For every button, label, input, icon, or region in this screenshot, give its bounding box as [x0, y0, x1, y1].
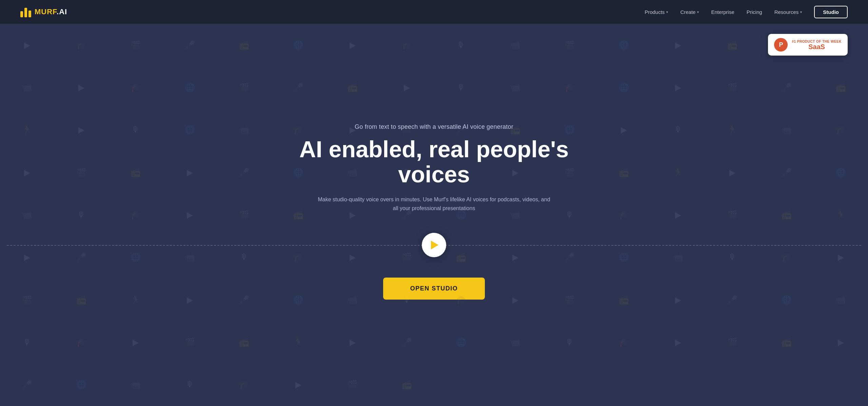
logo-bar-2 [24, 8, 27, 17]
nav-item-create[interactable]: Create ▾ [680, 9, 699, 15]
bg-icon: 🏃 [814, 194, 868, 236]
nav-item-enterprise[interactable]: Enterprise [711, 9, 734, 15]
bg-icon: 🎙 [434, 24, 488, 66]
studio-button[interactable]: Studio [814, 6, 848, 18]
bg-icon: ▶ [705, 151, 760, 194]
bg-icon: 📻 [217, 321, 271, 363]
hero-subtitle: Go from text to speech with a versatile … [355, 123, 513, 130]
bg-icon: 🎬 [217, 194, 271, 236]
logo-text: MURF.AI [35, 7, 67, 16]
bg-icon: 🌐 [271, 24, 326, 66]
bg-icon: 🎬 [705, 66, 760, 108]
bg-icon: 🏃 [0, 109, 54, 151]
bg-icon: 🎙 [54, 194, 108, 236]
bg-icon: ▶ [651, 321, 705, 363]
bg-icon: 🌐 [163, 109, 217, 151]
bg-icon: 📹 [814, 279, 868, 321]
play-area [7, 233, 861, 257]
bg-icon: 🎓 [217, 364, 271, 406]
bg-icon: 📹 [217, 109, 271, 151]
bg-icon: 🎓 [108, 66, 163, 108]
bg-icon: ▶ [108, 321, 163, 363]
bg-icon: 📹 [0, 66, 54, 108]
bg-icon: 📻 [705, 24, 760, 66]
bg-icon: 🎬 [217, 66, 271, 108]
bg-icon: 🎙 [542, 321, 597, 363]
bg-icon: 🎬 [542, 279, 597, 321]
bg-icon: ▶ [163, 151, 217, 194]
bg-icon: 📹 [0, 194, 54, 236]
hero-title: AI enabled, real people's voices [281, 137, 587, 187]
nav-item-products[interactable]: Products ▾ [645, 9, 668, 15]
bg-icon: 🏃 [271, 321, 326, 363]
nav-item-resources[interactable]: Resources ▾ [774, 9, 802, 15]
logo[interactable]: MURF.AI [20, 6, 67, 17]
bg-icon: ▶ [271, 364, 326, 406]
bg-icon: 🎤 [380, 321, 434, 363]
bg-icon: 📻 [380, 364, 434, 406]
bg-icon: 📻 [326, 66, 380, 108]
bg-icon: ▶ [163, 279, 217, 321]
bg-icon: 🎤 [0, 364, 54, 406]
nav-item-studio[interactable]: Studio [814, 6, 848, 18]
background-icons: ▶ 🎓 🎬 🎤 📻 🌐 ▶ 🎓 🎙 📹 🎬 🌐 ▶ 📻 🎤 🏃 📹 ▶ 🎓 🌐 … [0, 24, 868, 406]
bg-icon: 🎓 [814, 109, 868, 151]
chevron-down-icon: ▾ [666, 10, 668, 14]
bg-icon: 🎓 [54, 24, 108, 66]
bg-icon: 🎤 [705, 279, 760, 321]
nav-link-resources[interactable]: Resources ▾ [774, 9, 802, 15]
bg-icon: 📻 [108, 151, 163, 194]
nav-link-products[interactable]: Products ▾ [645, 9, 668, 15]
bg-icon: 🎤 [760, 66, 814, 108]
bg-icon: 🎤 [760, 151, 814, 194]
logo-bar-1 [20, 11, 23, 17]
nav-link-create[interactable]: Create ▾ [680, 9, 699, 15]
navbar: MURF.AI Products ▾ Create ▾ Enterprise P… [0, 0, 868, 24]
bg-icon: ▶ [597, 109, 651, 151]
ph-badge-text: #1 PRODUCT OF THE WEEK SaaS [792, 40, 842, 50]
bg-icon: 🌐 [597, 24, 651, 66]
nav-link-pricing[interactable]: Pricing [747, 9, 762, 15]
bg-icon: ▶ [0, 24, 54, 66]
bg-icon: ▶ [163, 194, 217, 236]
bg-icon: 🎬 [163, 321, 217, 363]
ph-rank-label: #1 PRODUCT OF THE WEEK [792, 40, 842, 43]
bg-icon: 🎬 [705, 321, 760, 363]
bg-icon: 📹 [760, 109, 814, 151]
bg-icon: ▶ [54, 109, 108, 151]
ph-category: SaaS [792, 43, 842, 50]
bg-icon: 🎓 [54, 321, 108, 363]
bg-icon: 📻 [597, 151, 651, 194]
nav-link-enterprise[interactable]: Enterprise [711, 9, 734, 15]
logo-bar-3 [28, 11, 31, 17]
bg-icon: ▶ [326, 24, 380, 66]
bg-icon: 🎬 [705, 194, 760, 236]
bg-icon: 🎙 [0, 321, 54, 363]
bg-icon: 📻 [54, 279, 108, 321]
product-hunt-badge[interactable]: P #1 PRODUCT OF THE WEEK SaaS [768, 34, 848, 56]
bg-icon: ▶ [380, 66, 434, 108]
hero-description: Make studio-quality voice overs in minut… [315, 195, 553, 212]
bg-icon: 🎙 [651, 109, 705, 151]
bg-icon: 🏃 [108, 279, 163, 321]
bg-icon: 📹 [488, 24, 542, 66]
bg-icon: 🎓 [542, 66, 597, 108]
bg-icon: ▶ [488, 279, 542, 321]
bg-icon: 🎬 [326, 364, 380, 406]
bg-icon: 🎬 [108, 24, 163, 66]
bg-icon: 🎬 [54, 151, 108, 194]
bg-icon: 📻 [217, 24, 271, 66]
bg-icon: 🏃 [705, 109, 760, 151]
bg-icon: 🎓 [597, 321, 651, 363]
bg-icon: 🌐 [597, 66, 651, 108]
bg-icon: 📹 [108, 364, 163, 406]
bg-icon: 🎙 [163, 364, 217, 406]
open-studio-button[interactable]: OPEN STUDIO [383, 278, 485, 300]
bg-icon: 🌐 [163, 66, 217, 108]
nav-item-pricing[interactable]: Pricing [747, 9, 762, 15]
play-button[interactable] [422, 233, 446, 257]
bg-icon: 🎙 [434, 66, 488, 108]
bg-icon: ▶ [0, 151, 54, 194]
bg-icon: 📹 [488, 66, 542, 108]
nav-links: Products ▾ Create ▾ Enterprise Pricing R… [645, 6, 848, 18]
